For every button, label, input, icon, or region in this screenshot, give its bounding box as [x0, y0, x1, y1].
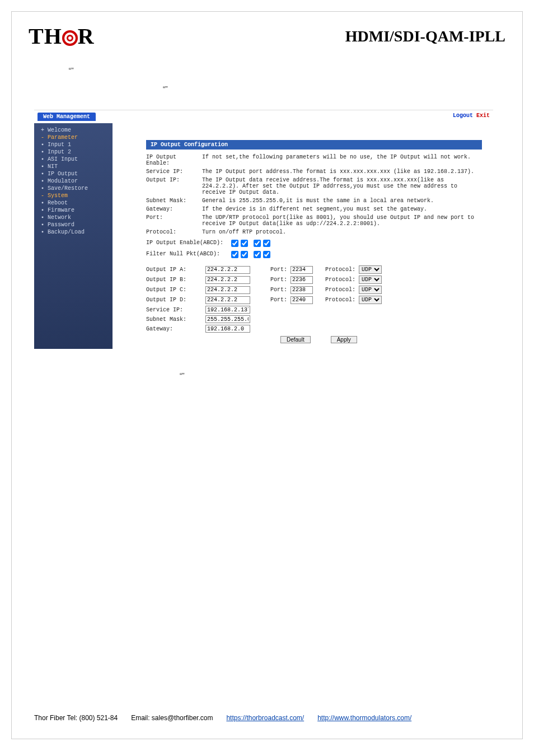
field-label: Port: — [146, 214, 202, 227]
subnet-mask-label: Subnet Mask: — [146, 316, 202, 323]
ip-enable-label: IP Output Enable(ABCD): — [146, 240, 230, 249]
exit-link[interactable]: Exit — [476, 113, 490, 119]
field-desc: The IP Output port address.The format is… — [202, 169, 482, 175]
footer-link2[interactable]: http://www.thormodulators.com/ — [317, 714, 411, 722]
logout-link[interactable]: Logout — [453, 113, 473, 119]
field-desc: If not set,the following parameters will… — [202, 154, 482, 166]
intro-text: Click “” “” — [51, 66, 505, 93]
output-label: Output IP A: — [146, 267, 202, 273]
field-label: Subnet Mask: — [146, 198, 202, 204]
field-desc: Turn on/off RTP protocol. — [202, 229, 482, 235]
enable-a[interactable] — [231, 240, 238, 247]
port-label: Port: — [254, 267, 287, 273]
sidebar-item[interactable]: Input 2 — [36, 148, 110, 156]
logo-post: R — [78, 24, 95, 49]
subnet-mask-input[interactable] — [205, 315, 250, 323]
field-label: Gateway: — [146, 206, 202, 212]
sidebar-item[interactable]: IP Output — [36, 170, 110, 178]
sidebar-item[interactable]: Save/Restore — [36, 185, 110, 192]
field-desc: General is 255.255.255.0,it is must the … — [202, 198, 482, 204]
output-ip-input[interactable] — [205, 276, 250, 284]
enable-b[interactable] — [241, 240, 248, 247]
footer-tel: Thor Fiber Tel: (800) 521-84 — [34, 714, 118, 722]
sidebar-system[interactable]: System — [36, 192, 110, 199]
protocol-label: Protocol: — [316, 287, 355, 293]
field-desc: The IP Output data receive address.The f… — [202, 177, 482, 195]
filter-a[interactable] — [231, 251, 238, 258]
protocol-select[interactable]: UDP — [359, 265, 382, 274]
screenshot: Web Management Logout Exit Welcome Param… — [34, 110, 493, 349]
sidebar-item[interactable]: Network — [36, 214, 110, 221]
field-desc: If the device is in different net segmen… — [202, 206, 482, 212]
logo-pre: TH — [29, 24, 62, 49]
panel-title: IP Output Configuration — [146, 140, 482, 150]
page-title: HDMI/SDI-QAM-IPLL — [345, 27, 505, 45]
footer: Thor Fiber Tel: (800) 521-84 Email: sale… — [34, 714, 500, 722]
output-port-input[interactable] — [291, 276, 313, 284]
field-label: IP Output Enable: — [146, 154, 202, 166]
output-port-input[interactable] — [291, 266, 313, 274]
sidebar-item[interactable]: Input 1 — [36, 141, 110, 148]
output-label: Output IP B: — [146, 277, 202, 283]
sidebar-item[interactable]: ASI Input — [36, 156, 110, 163]
service-ip-input[interactable] — [205, 306, 250, 314]
field-label: Service IP: — [146, 169, 202, 175]
filter-b[interactable] — [241, 251, 248, 258]
output-label: Output IP C: — [146, 287, 202, 293]
output-port-input[interactable] — [291, 286, 313, 294]
default-button[interactable] — [280, 336, 311, 343]
field-label: Output IP: — [146, 177, 202, 195]
gateway-label: Gateway: — [146, 326, 202, 332]
sidebar-item[interactable]: Backup/Load — [36, 228, 110, 236]
apply-button[interactable] — [331, 336, 357, 343]
protocol-label: Protocol: — [316, 297, 355, 303]
port-label: Port: — [254, 297, 287, 303]
after-text: “” — [51, 371, 505, 380]
output-ip-input[interactable] — [205, 296, 250, 304]
sidebar-item[interactable]: NIT — [36, 163, 110, 170]
footer-email: Email: sales@thorfiber.com — [131, 714, 213, 722]
protocol-select[interactable]: UDP — [359, 286, 382, 294]
content: IP Output Configuration IP Output Enable… — [113, 123, 493, 349]
field-label: Protocol: — [146, 229, 202, 235]
logo-icon — [62, 30, 78, 46]
protocol-select[interactable]: UDP — [359, 296, 382, 304]
output-ip-input[interactable] — [205, 286, 250, 294]
enable-d[interactable] — [263, 240, 270, 247]
output-port-input[interactable] — [291, 296, 313, 304]
sidebar-welcome[interactable]: Welcome — [36, 127, 110, 134]
protocol-label: Protocol: — [316, 277, 355, 283]
output-label: Output IP D: — [146, 297, 202, 303]
sidebar-parameter[interactable]: Parameter — [36, 134, 110, 141]
service-ip-label: Service IP: — [146, 307, 202, 313]
filter-d[interactable] — [263, 251, 270, 258]
web-management-tab[interactable]: Web Management — [38, 113, 96, 121]
filter-c[interactable] — [254, 251, 261, 258]
sidebar: Welcome Parameter Input 1 Input 2 ASI In… — [34, 123, 113, 349]
port-label: Port: — [254, 287, 287, 293]
sidebar-item[interactable]: Firmware — [36, 207, 110, 214]
enable-c[interactable] — [254, 240, 261, 247]
filter-label: Filter Null Pkt(ABCD): — [146, 251, 230, 260]
gateway-input[interactable] — [205, 325, 250, 333]
logo: THR — [29, 23, 95, 49]
output-ip-input[interactable] — [205, 266, 250, 274]
sidebar-item[interactable]: Reboot — [36, 199, 110, 207]
protocol-label: Protocol: — [316, 267, 355, 273]
port-label: Port: — [254, 277, 287, 283]
sidebar-item[interactable]: Password — [36, 221, 110, 228]
sidebar-item[interactable]: Modulator — [36, 178, 110, 185]
field-desc: The UDP/RTP protocol port(like as 8001),… — [202, 214, 482, 227]
footer-link1[interactable]: https://thorbroadcast.com/ — [226, 714, 304, 722]
protocol-select[interactable]: UDP — [359, 276, 382, 284]
